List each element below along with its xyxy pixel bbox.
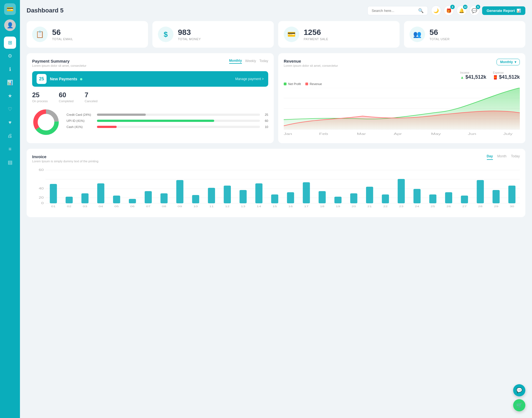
sidebar-item-wishlist[interactable]: ♡	[4, 103, 16, 115]
print-icon: 🖨	[7, 133, 12, 139]
support-fab[interactable]: 💬	[513, 384, 525, 396]
revenue-meta: Income ▲ $41,512k Expense 🧧 $41,512k	[284, 71, 520, 80]
svg-text:60: 60	[39, 168, 44, 171]
svg-rect-42	[145, 191, 152, 203]
svg-text:Mar: Mar	[357, 132, 366, 135]
revenue-monthly-dropdown[interactable]: Monthly ▾	[497, 59, 520, 65]
payment-summary-header: Payment Summary Lorem ipsum dolor sit am…	[32, 59, 268, 67]
svg-text:08: 08	[162, 205, 166, 208]
inv-tab-month[interactable]: Month	[497, 154, 507, 160]
inv-tab-today[interactable]: Today	[511, 154, 520, 160]
search-bar[interactable]: 🔍	[367, 6, 428, 15]
svg-text:19: 19	[336, 205, 340, 208]
svg-rect-60	[287, 192, 294, 203]
svg-text:28: 28	[478, 205, 482, 208]
theme-toggle-button[interactable]: 🌙	[431, 6, 441, 16]
total-money-label: TOTAL MONEY	[178, 37, 201, 41]
svg-text:Jan: Jan	[284, 132, 292, 135]
svg-text:02: 02	[67, 205, 71, 208]
tab-today[interactable]: Today	[259, 59, 268, 63]
on-process-value: 25	[32, 91, 48, 99]
svg-rect-32	[66, 197, 73, 203]
sidebar-item-list[interactable]: ▤	[4, 156, 16, 168]
total-email-value: 56	[52, 28, 73, 37]
completed-value: 60	[59, 91, 73, 99]
sidebar-item-likes[interactable]: ♥	[4, 116, 16, 129]
search-input[interactable]	[372, 9, 416, 13]
expense-label: Expense	[493, 71, 520, 74]
inv-tab-day[interactable]: Day	[487, 154, 493, 160]
star-icon: ★	[8, 93, 12, 99]
tab-monthly[interactable]: Monthly	[229, 59, 242, 64]
new-payments-label: New Payments	[50, 77, 82, 81]
sidebar-item-dashboard[interactable]: ⊞	[4, 37, 16, 49]
header: Dashboard 5 🔍 🌙 🎁 2 🔔 12 💬 5 Generate Re	[27, 6, 525, 16]
total-user-value: 56	[429, 28, 450, 37]
notifications-button[interactable]: 🎁 2	[444, 6, 454, 16]
sidebar-item-settings[interactable]: ⚙	[4, 50, 16, 62]
tab-weekly[interactable]: Weekly	[245, 59, 256, 63]
invoice-panel: Invoice Lorem Ipsum is simply dummy text…	[27, 149, 525, 217]
svg-rect-86	[493, 190, 500, 203]
money-icon: $	[158, 27, 173, 42]
income-value: ▲ $41,512k	[460, 74, 486, 80]
sidebar-item-print[interactable]: 🖨	[4, 130, 16, 142]
legend-net-profit: Net Profit	[284, 82, 301, 86]
svg-rect-38	[113, 196, 120, 203]
svg-text:05: 05	[114, 205, 119, 208]
prog-val-credit: 25	[263, 113, 268, 116]
svg-text:12: 12	[225, 205, 229, 208]
chat-button[interactable]: 💬 5	[469, 6, 479, 16]
net-profit-label: Net Profit	[288, 82, 301, 86]
generate-report-button[interactable]: Generate Report 📊	[482, 6, 525, 15]
chevron-down-icon: ▾	[515, 60, 516, 64]
manage-payment-link[interactable]: Manage payment >	[235, 77, 264, 81]
bell-button[interactable]: 🔔 12	[457, 6, 467, 16]
cart-fab[interactable]: 🛒	[513, 399, 525, 411]
total-user-label: TOTAL USER	[429, 37, 450, 41]
svg-rect-52	[224, 186, 231, 203]
svg-rect-74	[398, 179, 405, 203]
sidebar-item-info[interactable]: ℹ	[4, 63, 16, 75]
canceled-label: Canceled	[85, 99, 97, 103]
avatar[interactable]: 👤	[4, 19, 16, 31]
sidebar-item-analytics[interactable]: 📊	[4, 76, 16, 89]
sidebar-item-menu[interactable]: ≡	[4, 143, 16, 155]
prog-val-upi: 60	[263, 119, 268, 122]
main-content: Dashboard 5 🔍 🌙 🎁 2 🔔 12 💬 5 Generate Re	[20, 0, 532, 418]
payment-summary-tabs: Monthly Weekly Today	[229, 59, 268, 64]
revenue-subtitle: Lorem ipsum dolor sit amet, consectetur	[284, 64, 338, 67]
stat-card-total-user: 👥 56 TOTAL USER	[404, 21, 525, 48]
svg-text:25: 25	[431, 205, 435, 208]
revenue-header: Revenue Lorem ipsum dolor sit amet, cons…	[284, 59, 520, 67]
svg-rect-78	[429, 194, 436, 203]
sidebar-logo[interactable]: 💳	[4, 3, 16, 15]
prog-row-upi: UPI ID (41%) 60	[66, 119, 268, 122]
middle-panels: Payment Summary Lorem ipsum dolor sit am…	[27, 53, 525, 143]
chart-icon: 📊	[7, 80, 13, 86]
info-icon: ℹ	[9, 66, 11, 72]
revenue-legend-label: Revenue	[310, 82, 322, 86]
svg-rect-68	[350, 193, 357, 203]
revenue-dot	[305, 83, 308, 85]
new-payments-left: 25 New Payments	[37, 74, 82, 84]
stat-user-info: 56 TOTAL USER	[429, 28, 450, 41]
prog-bar-credit-wrap	[97, 114, 260, 116]
progress-bars: Credit Card (24%) 25 UPI ID (41%) 60	[66, 113, 268, 131]
notifications-badge: 2	[450, 5, 455, 9]
sidebar-item-favorites[interactable]: ★	[4, 90, 16, 102]
stat-completed: 60 Completed	[59, 91, 73, 103]
svg-rect-88	[508, 186, 516, 203]
svg-text:24: 24	[415, 205, 419, 208]
moon-icon: 🌙	[433, 8, 439, 13]
search-icon: 🔍	[418, 8, 424, 13]
svg-rect-56	[255, 183, 263, 203]
svg-rect-54	[239, 190, 247, 203]
total-money-value: 983	[178, 28, 201, 37]
svg-text:Apr: Apr	[394, 132, 402, 135]
settings-icon: ⚙	[8, 53, 12, 59]
invoice-title: Invoice	[32, 154, 98, 159]
income-arrow-icon: ▲	[460, 75, 464, 80]
payment-summary-title: Payment Summary	[32, 59, 86, 63]
menu-icon: ≡	[9, 146, 12, 152]
